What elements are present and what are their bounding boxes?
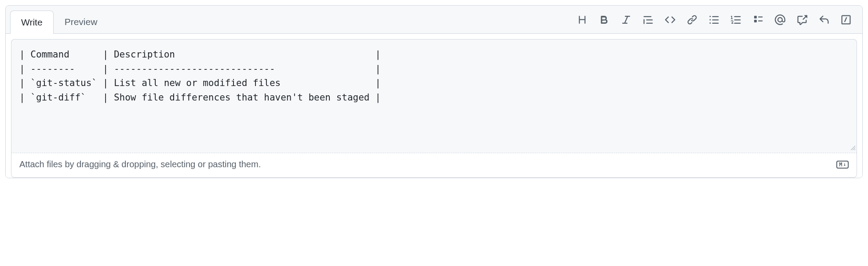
cross-reference-icon[interactable] [796,14,808,25]
resize-handle-icon [850,145,856,152]
code-icon[interactable] [664,14,676,25]
ordered-list-icon[interactable] [730,14,742,25]
slash-commands-icon[interactable] [840,14,852,25]
tabs: Write Preview [10,10,108,33]
editor-textarea-wrap: | Command | Description | | -------- | -… [11,39,857,153]
italic-icon[interactable] [620,14,632,25]
mention-icon[interactable] [774,14,786,25]
tab-preview[interactable]: Preview [54,10,109,33]
editor-body: | Command | Description | | -------- | -… [6,33,862,178]
unordered-list-icon[interactable] [708,14,720,25]
tab-write[interactable]: Write [10,11,54,34]
editor-header: Write Preview [6,6,862,33]
markdown-editor: Write Preview [5,5,863,178]
link-icon[interactable] [686,14,698,25]
task-list-icon[interactable] [752,14,764,25]
toolbar [576,14,857,25]
markdown-help-icon[interactable]: M↓ [836,161,849,169]
heading-icon[interactable] [576,14,588,25]
bold-icon[interactable] [598,14,610,25]
editor-footer: Attach files by dragging & dropping, sel… [11,153,857,178]
attach-hint[interactable]: Attach files by dragging & dropping, sel… [19,159,261,169]
editor-textarea[interactable]: | Command | Description | | -------- | -… [19,47,849,104]
reply-icon[interactable] [818,14,830,25]
quote-icon[interactable] [642,14,654,25]
